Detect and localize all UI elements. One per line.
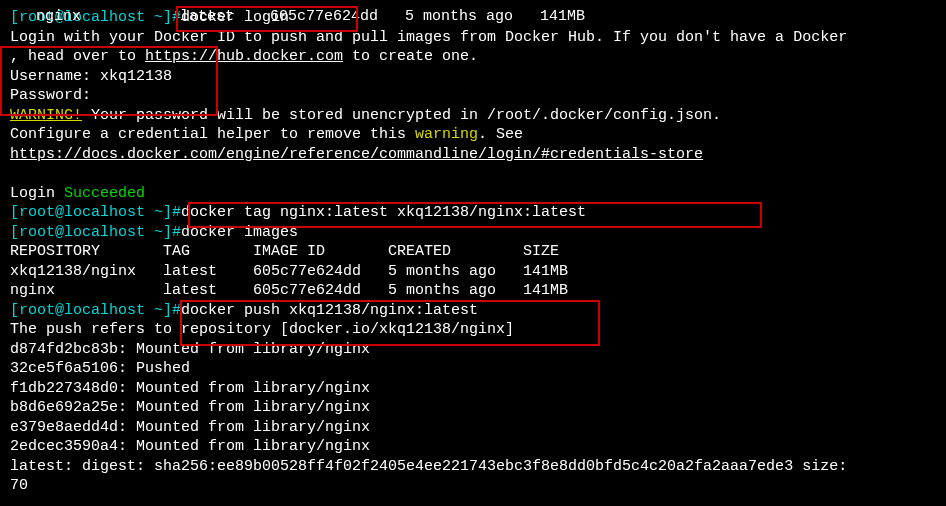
link-credentials-store[interactable]: https://docs.docker.com/engine/reference… <box>10 146 703 163</box>
terminal-line: Login <box>10 185 64 202</box>
terminal-line: nginx latest 605c77e624dd 5 months ago 1… <box>36 8 585 25</box>
warning-label: WARNING! <box>10 107 82 124</box>
terminal-line: b8d6e692a25e: Mounted from library/nginx <box>10 399 370 416</box>
terminal-line: Your password will be stored unencrypted… <box>82 107 721 124</box>
terminal-line: to create one. <box>343 48 478 65</box>
table-header: REPOSITORY TAG IMAGE ID CREATED SIZE <box>10 243 559 260</box>
table-row: xkq12138/nginx latest 605c77e624dd 5 mon… <box>10 263 568 280</box>
command-docker-tag: docker tag nginx:latest xkq12138/nginx:l… <box>181 204 586 221</box>
command-docker-push: docker push xkq12138/nginx:latest <box>181 302 478 319</box>
login-succeeded: Succeeded <box>64 185 145 202</box>
terminal-area[interactable]: nginx latest 605c77e624dd 5 months ago 1… <box>0 0 946 497</box>
command-docker-images: docker images <box>181 224 298 241</box>
terminal-line: , head over to <box>10 48 145 65</box>
terminal-line: 70 <box>10 477 28 494</box>
terminal-line: Configure a credential helper to remove … <box>10 126 415 143</box>
terminal-line: f1db227348d0: Mounted from library/nginx <box>10 380 370 397</box>
prompt: [root@localhost ~]# <box>10 224 181 241</box>
terminal-line: latest: digest: sha256:ee89b00528ff4f02f… <box>10 458 847 475</box>
password-line: Password: <box>10 87 91 104</box>
link-docker-hub[interactable]: https://hub.docker.com <box>145 48 343 65</box>
table-row: nginx latest 605c77e624dd 5 months ago 1… <box>10 282 568 299</box>
username-line: Username: xkq12138 <box>10 68 172 85</box>
terminal-line: The push refers to repository [docker.io… <box>10 321 514 338</box>
terminal-line: d874fd2bc83b: Mounted from library/nginx <box>10 341 370 358</box>
terminal-line: e379e8aedd4d: Mounted from library/nginx <box>10 419 370 436</box>
terminal-line: . See <box>478 126 523 143</box>
terminal-line: 2edcec3590a4: Mounted from library/nginx <box>10 438 370 455</box>
prompt: [root@localhost ~]# <box>10 302 181 319</box>
terminal-line: 32ce5f6a5106: Pushed <box>10 360 190 377</box>
prompt: [root@localhost ~]# <box>10 204 181 221</box>
warning-word: warning <box>415 126 478 143</box>
